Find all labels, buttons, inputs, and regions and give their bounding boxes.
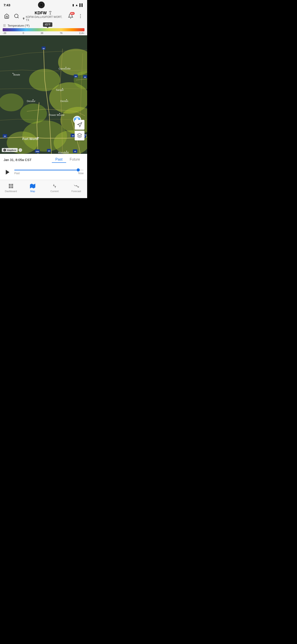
legend-bar-container: 45°F -38 0 38 76 114+ bbox=[3, 28, 84, 34]
slider-min-label: Past bbox=[14, 172, 20, 175]
station-info: KDFW KDFW-DALLAS/FORT WORT, TX bbox=[22, 11, 65, 22]
home-button[interactable] bbox=[3, 12, 11, 20]
mapbox-info-button[interactable]: ⓘ bbox=[18, 148, 22, 152]
svg-text:35: 35 bbox=[48, 150, 50, 152]
svg-text:Mansfield: Mansfield bbox=[58, 151, 69, 154]
svg-point-4 bbox=[80, 14, 81, 15]
svg-point-44 bbox=[65, 67, 66, 68]
svg-point-6 bbox=[80, 18, 81, 18]
nav-map[interactable]: Map bbox=[25, 183, 40, 192]
forecast-icon bbox=[73, 183, 79, 189]
svg-text:Gainesville: Gainesville bbox=[58, 67, 71, 70]
legend-ticks: -38 0 38 76 114+ bbox=[3, 32, 84, 34]
tick-3: 76 bbox=[60, 32, 62, 34]
svg-point-58 bbox=[59, 113, 60, 114]
svg-text:Flower Mound: Flower Mound bbox=[49, 114, 64, 116]
svg-point-50 bbox=[33, 99, 33, 100]
timeline-date: Jan 31, 8:05a CST bbox=[3, 158, 31, 162]
svg-text:45: 45 bbox=[72, 135, 74, 137]
map-icon bbox=[30, 183, 35, 189]
svg-marker-83 bbox=[30, 184, 35, 188]
svg-rect-80 bbox=[11, 184, 13, 186]
svg-point-77 bbox=[4, 150, 5, 150]
mapbox-logo: mapbox bbox=[2, 148, 18, 152]
tab-future[interactable]: Future bbox=[66, 156, 84, 163]
svg-text:Bowie: Bowie bbox=[13, 73, 20, 76]
svg-point-19 bbox=[0, 94, 23, 111]
nav-forecast-label: Forecast bbox=[71, 190, 81, 192]
svg-text:35: 35 bbox=[43, 48, 45, 50]
svg-point-42 bbox=[12, 73, 13, 74]
svg-text:Fort Worth: Fort Worth bbox=[22, 137, 38, 141]
tick-1: 0 bbox=[23, 32, 24, 34]
svg-point-0 bbox=[14, 14, 18, 18]
svg-text:35W: 35W bbox=[35, 150, 39, 152]
wifi-icon: ▲ bbox=[75, 3, 78, 7]
svg-marker-74 bbox=[77, 122, 82, 127]
layers-button[interactable] bbox=[75, 130, 84, 140]
slider-labels: Past Now bbox=[14, 172, 84, 175]
station-location: KDFW-DALLAS/FORT WORT, TX bbox=[22, 16, 65, 22]
svg-rect-79 bbox=[9, 184, 11, 186]
svg-point-64 bbox=[37, 137, 39, 138]
timeline-header: Jan 31, 8:05a CST Past Future bbox=[3, 156, 84, 163]
location-button[interactable] bbox=[75, 120, 84, 130]
search-button[interactable] bbox=[12, 12, 20, 20]
status-icons: ▮ ▲ ▌▌ bbox=[72, 3, 84, 7]
svg-text:Denton: Denton bbox=[60, 100, 68, 102]
svg-text:45: 45 bbox=[74, 150, 76, 152]
battery-icon: ▮ bbox=[72, 3, 74, 7]
notification-button[interactable]: 99+ bbox=[67, 12, 75, 20]
svg-rect-82 bbox=[11, 186, 13, 188]
temperature-legend: Temperature (°F) 45°F -38 0 38 76 114+ bbox=[0, 22, 87, 35]
temp-tooltip: 45°F bbox=[43, 22, 52, 27]
current-icon bbox=[52, 183, 57, 189]
svg-marker-75 bbox=[77, 133, 82, 136]
status-bar: 7:43 ▮ ▲ ▌▌ bbox=[0, 0, 87, 10]
tick-4: 114+ bbox=[79, 32, 84, 34]
svg-marker-78 bbox=[6, 170, 9, 175]
slider-fill bbox=[14, 170, 77, 170]
status-time: 7:43 bbox=[3, 3, 10, 7]
tick-0: -38 bbox=[3, 32, 6, 34]
playback-section: Past Now bbox=[0, 166, 87, 180]
nav-dashboard[interactable]: Dashboard bbox=[4, 183, 18, 192]
svg-rect-81 bbox=[9, 186, 11, 188]
slider-thumb[interactable] bbox=[77, 168, 80, 172]
nav-current-label: Current bbox=[50, 190, 58, 192]
svg-text:20: 20 bbox=[4, 135, 6, 137]
playback-slider[interactable]: Past Now bbox=[14, 170, 84, 175]
bottom-nav: Dashboard Map Current Forecast bbox=[0, 180, 87, 198]
tab-past[interactable]: Past bbox=[52, 156, 66, 163]
top-nav: KDFW KDFW-DALLAS/FORT WORT, TX 99+ bbox=[0, 10, 87, 22]
svg-text:69: 69 bbox=[75, 76, 77, 78]
legend-bar bbox=[3, 28, 84, 31]
map-svg: 35 69 82 20 20 35W 45 45 35 Durant Bowie… bbox=[0, 35, 87, 154]
nav-map-label: Map bbox=[30, 190, 35, 192]
slider-max-label: Now bbox=[78, 172, 84, 175]
svg-point-68 bbox=[66, 151, 67, 152]
svg-point-5 bbox=[80, 16, 81, 16]
nav-current[interactable]: Current bbox=[47, 183, 62, 192]
svg-point-48 bbox=[62, 88, 63, 89]
more-button[interactable] bbox=[76, 12, 84, 20]
svg-text:Decatur: Decatur bbox=[27, 100, 35, 102]
svg-point-52 bbox=[66, 99, 67, 100]
nav-forecast[interactable]: Forecast bbox=[69, 183, 83, 192]
mapbox-attribution: mapbox ⓘ bbox=[2, 148, 22, 152]
svg-line-1 bbox=[18, 17, 18, 18]
play-button[interactable] bbox=[3, 168, 12, 176]
broadcast-icon bbox=[48, 11, 52, 15]
svg-text:82: 82 bbox=[84, 76, 86, 78]
signal-icon: ▌▌ bbox=[79, 3, 84, 7]
map-controls bbox=[75, 120, 84, 140]
dashboard-icon bbox=[8, 183, 14, 189]
nav-dashboard-label: Dashboard bbox=[5, 190, 17, 192]
notification-badge-count: 99+ bbox=[70, 12, 75, 15]
station-name: KDFW bbox=[35, 11, 52, 16]
camera-notch bbox=[38, 2, 45, 8]
slider-track bbox=[14, 170, 84, 170]
timeline-section: Jan 31, 8:05a CST Past Future bbox=[0, 154, 87, 166]
tick-2: 38 bbox=[40, 32, 43, 34]
map-container[interactable]: 35 69 82 20 20 35W 45 45 35 Durant Bowie… bbox=[0, 35, 87, 154]
